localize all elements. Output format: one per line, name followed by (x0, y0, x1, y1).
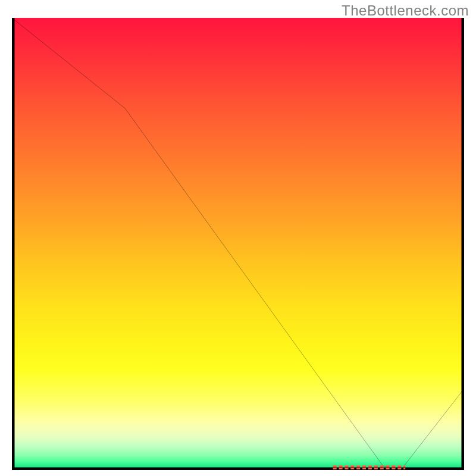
plot-area (12, 18, 464, 470)
optimal-marker (12, 18, 464, 470)
watermark: TheBottleneck.com (342, 2, 469, 19)
chart-root: TheBottleneck.com (0, 0, 476, 476)
